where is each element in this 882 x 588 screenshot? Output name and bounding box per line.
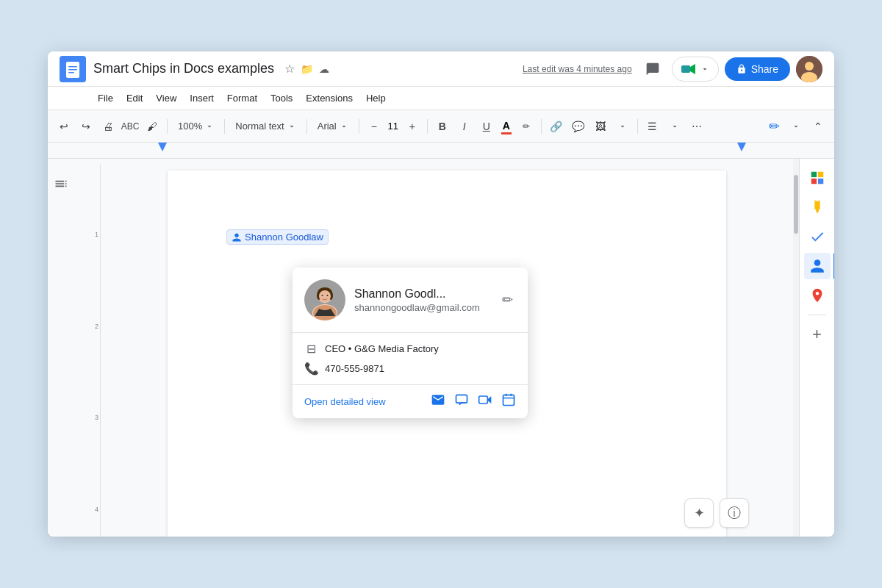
docs-logo xyxy=(60,56,86,82)
redo-button[interactable]: ↪ xyxy=(76,116,96,137)
highlight-button[interactable]: ✏ xyxy=(516,116,537,137)
toolbar-divider-2 xyxy=(224,119,225,134)
svg-rect-4 xyxy=(68,72,74,74)
vertical-ruler: 1 2 3 4 xyxy=(89,165,101,537)
card-edit-button[interactable]: ✏ xyxy=(499,289,516,311)
sidebar-maps-icon[interactable] xyxy=(804,282,831,309)
svg-rect-7 xyxy=(681,65,690,73)
sidebar-add-button[interactable]: + xyxy=(804,321,831,348)
toolbar-divider-3 xyxy=(306,119,307,134)
card-header: Shannon Goodl... shannongoodlaw@gmail.co… xyxy=(293,268,528,333)
outline-icon[interactable] xyxy=(54,176,68,194)
gemini-button[interactable]: ✦ xyxy=(684,498,714,528)
card-name-section: Shannon Goodl... shannongoodlaw@gmail.co… xyxy=(354,287,490,313)
svg-rect-22 xyxy=(456,395,467,403)
open-detailed-view-link[interactable]: Open detailed view xyxy=(304,396,422,407)
card-phone: 470-555-9871 xyxy=(325,363,384,374)
suggest-dropdown[interactable] xyxy=(786,119,806,134)
doc-title: Smart Chips in Docs examples xyxy=(93,61,274,76)
chat-action-button[interactable] xyxy=(454,392,469,411)
toolbar-divider-4 xyxy=(359,119,359,134)
ruler xyxy=(48,143,834,159)
sidebar-keep-icon[interactable] xyxy=(804,194,831,220)
image-button[interactable]: 🖼 xyxy=(590,116,611,137)
svg-point-20 xyxy=(322,295,323,296)
menu-file[interactable]: File xyxy=(92,90,119,107)
smart-chip-label: Shannon Goodlaw xyxy=(245,232,323,243)
more-options-button[interactable]: ⋯ xyxy=(686,116,707,137)
share-label: Share xyxy=(751,63,778,75)
sidebar-contacts-icon[interactable] xyxy=(804,253,831,279)
sidebar-tasks-icon[interactable] xyxy=(804,223,831,250)
cloud-icon[interactable]: ☁ xyxy=(319,63,329,75)
italic-button[interactable]: I xyxy=(454,116,475,137)
svg-marker-6 xyxy=(690,64,695,74)
title-action-icons: ☆ 📁 ☁ xyxy=(284,62,329,76)
video-action-button[interactable] xyxy=(478,392,492,411)
link-button[interactable]: 🔗 xyxy=(546,116,567,137)
header-actions: Share xyxy=(639,56,822,82)
title-bar: Smart Chips in Docs examples ☆ 📁 ☁ Last … xyxy=(48,51,834,87)
font-value: Arial xyxy=(318,121,337,132)
smart-chip[interactable]: Shannon Goodlaw xyxy=(226,229,329,245)
zoom-dropdown[interactable]: 100% xyxy=(172,118,220,135)
menu-tools[interactable]: Tools xyxy=(265,90,298,107)
sidebar-sheets-icon[interactable] xyxy=(804,165,831,191)
right-sidebar: + xyxy=(799,159,834,537)
font-size-increase[interactable]: + xyxy=(402,116,423,137)
toolbar: ↩ ↪ 🖨 ABC 🖌 100% Normal text Arial − 11 … xyxy=(48,110,834,143)
collapse-button[interactable]: ⌃ xyxy=(808,116,828,137)
folder-icon[interactable]: 📁 xyxy=(301,63,313,75)
star-icon[interactable]: ☆ xyxy=(284,62,295,76)
comment-inline-button[interactable]: 💬 xyxy=(568,116,589,137)
toolbar-divider-5 xyxy=(427,119,428,134)
user-avatar[interactable] xyxy=(796,56,822,82)
menu-insert[interactable]: Insert xyxy=(184,90,220,107)
phone-icon: 📞 xyxy=(304,362,318,376)
text-style-dropdown[interactable]: Normal text xyxy=(229,118,301,135)
menu-bar: File Edit View Insert Format Tools Exten… xyxy=(48,87,834,110)
menu-help[interactable]: Help xyxy=(360,90,392,107)
font-dropdown[interactable]: Arial xyxy=(312,118,354,135)
card-phone-row: 📞 470-555-9871 xyxy=(304,362,516,376)
svg-point-21 xyxy=(327,295,329,296)
email-action-button[interactable] xyxy=(431,392,445,411)
smart-chip-container: Shannon Goodlaw xyxy=(226,229,329,245)
spell-check-button[interactable]: ABC xyxy=(120,116,140,137)
toolbar-divider-1 xyxy=(167,119,168,134)
toolbar-divider-6 xyxy=(541,119,542,134)
doc-area: Shannon Goodlaw xyxy=(101,159,793,537)
meet-button[interactable] xyxy=(672,57,719,82)
vertical-scrollbar[interactable] xyxy=(793,159,799,537)
app-window: Smart Chips in Docs examples ☆ 📁 ☁ Last … xyxy=(48,51,834,537)
last-edit-text[interactable]: Last edit was 4 minutes ago xyxy=(523,64,632,74)
svg-rect-25 xyxy=(503,395,514,405)
zoom-value: 100% xyxy=(178,121,202,132)
align-button[interactable]: ☰ xyxy=(642,116,663,137)
menu-format[interactable]: Format xyxy=(221,90,263,107)
svg-rect-30 xyxy=(817,172,822,177)
image-dropdown[interactable] xyxy=(612,119,633,134)
align-dropdown[interactable] xyxy=(664,119,685,134)
info-button[interactable]: ⓘ xyxy=(720,498,749,528)
menu-extensions[interactable]: Extensions xyxy=(300,90,359,107)
paint-format-button[interactable]: 🖌 xyxy=(142,116,162,137)
font-color-button[interactable]: A xyxy=(498,117,514,136)
calendar-action-button[interactable] xyxy=(501,392,516,411)
font-size-decrease[interactable]: − xyxy=(364,116,384,137)
scrollbar-thumb[interactable] xyxy=(794,175,798,234)
undo-button[interactable]: ↩ xyxy=(54,116,74,137)
print-button[interactable]: 🖨 xyxy=(98,116,118,137)
card-footer: Open detailed view xyxy=(293,385,528,418)
bold-button[interactable]: B xyxy=(432,116,453,137)
suggest-edits-button[interactable]: ✏ xyxy=(764,116,784,137)
sidebar-divider xyxy=(808,315,826,315)
doc-page: Shannon Goodlaw xyxy=(168,171,726,537)
comment-button[interactable] xyxy=(639,56,666,82)
menu-view[interactable]: View xyxy=(150,90,182,107)
underline-button[interactable]: U xyxy=(476,116,497,137)
share-button[interactable]: Share xyxy=(725,57,790,81)
menu-edit[interactable]: Edit xyxy=(121,90,148,107)
card-body: ⊟ CEO • G&G Media Factory 📞 470-555-9871 xyxy=(293,333,528,385)
content-area: 1 2 3 4 Shannon Goodlaw xyxy=(48,159,834,537)
